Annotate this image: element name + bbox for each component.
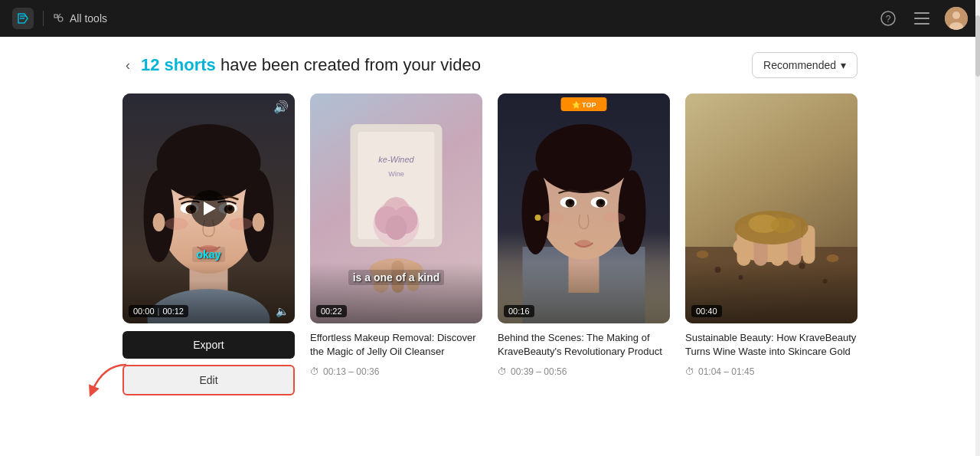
svg-point-46 — [522, 170, 550, 254]
back-button[interactable]: ‹ — [122, 54, 133, 77]
shorts-count: 12 — [141, 55, 159, 74]
shorts-label: shorts — [165, 55, 216, 74]
play-icon-1 — [204, 202, 216, 215]
tools-icon — [53, 12, 65, 25]
card-actions-1: Export Edit — [122, 331, 295, 395]
help-button[interactable]: ? — [877, 8, 899, 29]
page-title: 12 shorts have been created from your vi… — [141, 55, 481, 75]
svg-point-53 — [599, 201, 603, 205]
edit-button-1[interactable]: Edit — [122, 365, 295, 395]
clock-icon-4: ⏱ — [685, 366, 694, 377]
svg-point-45 — [536, 124, 632, 193]
video-thumb-2[interactable]: ke-Wined Wine is a one of a kind — [310, 93, 482, 323]
timecode-2: 00:22 — [316, 305, 347, 317]
video-grid: okay 🔊 00:00 | 00:12 🔈 Export Edit — [122, 93, 858, 395]
scrollbar[interactable] — [975, 0, 980, 456]
svg-text:?: ? — [886, 14, 891, 25]
timecode-3: 00:16 — [504, 305, 534, 317]
svg-point-70 — [771, 218, 795, 233]
app-logo[interactable] — [12, 8, 34, 29]
svg-point-55 — [535, 215, 541, 221]
nav-divider — [43, 11, 44, 26]
card-time-3: ⏱ 00:39 – 00:56 — [498, 366, 670, 377]
card-time-4: ⏱ 01:04 – 01:45 — [685, 366, 858, 377]
all-tools-nav[interactable]: All tools — [53, 12, 107, 25]
sound-off-icon-1[interactable]: 🔈 — [276, 305, 289, 317]
video-card-2: ke-Wined Wine is a one of a kind — [310, 93, 482, 395]
svg-text:Wine: Wine — [388, 170, 404, 178]
svg-point-22 — [200, 245, 218, 253]
time-range-4: 01:04 – 01:45 — [698, 366, 754, 377]
recommended-filter-button[interactable]: Recommended ▾ — [752, 52, 858, 78]
top-navigation: All tools ? — [0, 0, 980, 37]
svg-point-47 — [619, 170, 646, 254]
svg-point-25 — [165, 218, 188, 230]
menu-button[interactable] — [911, 8, 933, 29]
card-title-3: Behind the Scenes: The Making of KraveBe… — [498, 331, 670, 359]
svg-point-13 — [157, 124, 261, 201]
svg-point-7 — [952, 11, 960, 19]
header-row: ‹ 12 shorts have been created from your … — [122, 52, 858, 78]
play-button-1[interactable] — [191, 190, 227, 227]
time-range-2: 00:13 – 00:36 — [323, 366, 379, 377]
time-range-3: 00:39 – 00:56 — [511, 366, 567, 377]
card-time-2: ⏱ 00:13 – 00:36 — [310, 366, 482, 377]
svg-point-56 — [543, 212, 564, 223]
svg-rect-5 — [914, 23, 929, 25]
recommended-label: Recommended — [763, 59, 836, 71]
header-left: ‹ 12 shorts have been created from your … — [122, 54, 481, 77]
video-thumb-4[interactable]: 00:40 — [685, 93, 858, 323]
video-card-1: okay 🔊 00:00 | 00:12 🔈 Export Edit — [122, 93, 295, 395]
export-button-1[interactable]: Export — [122, 331, 295, 359]
video-card-3: ⭐ TOP 00:16 Behind the Scenes: The Makin… — [498, 93, 670, 395]
svg-point-23 — [153, 213, 165, 231]
timecode-start-1: 00:00 — [133, 307, 155, 316]
svg-rect-3 — [914, 12, 929, 14]
svg-rect-4 — [914, 18, 929, 19]
timecode-sep-1: | — [158, 307, 160, 316]
all-tools-label: All tools — [70, 12, 107, 25]
video-thumb-3[interactable]: ⭐ TOP 00:16 — [498, 93, 670, 323]
card-title-4: Sustainable Beauty: How KraveBeauty Turn… — [685, 331, 858, 359]
video-card-4: 00:40 Sustainable Beauty: How KraveBeaut… — [685, 93, 858, 395]
timecode-4: 00:40 — [691, 305, 722, 317]
svg-point-57 — [604, 212, 626, 223]
svg-point-36 — [386, 215, 407, 240]
avatar[interactable] — [945, 7, 968, 30]
svg-text:⭐ TOP: ⭐ TOP — [572, 100, 596, 110]
arrow-container: Edit — [122, 365, 295, 395]
scrollbar-thumb[interactable] — [975, 15, 980, 77]
card-title-2: Effortless Makeup Removal: Discover the … — [310, 331, 482, 359]
annotation-arrow — [80, 357, 134, 399]
svg-point-54 — [577, 240, 592, 248]
timecode-1: 00:00 | 00:12 — [129, 305, 188, 317]
video-thumb-1[interactable]: okay 🔊 00:00 | 00:12 🔈 — [122, 93, 295, 323]
sound-icon-1[interactable]: 🔊 — [273, 100, 289, 114]
clock-icon-2: ⏱ — [310, 366, 319, 377]
svg-point-76 — [827, 254, 839, 262]
timecode-end-1: 00:12 — [162, 307, 184, 316]
chevron-down-icon: ▾ — [841, 59, 846, 71]
svg-point-52 — [569, 201, 573, 205]
title-suffix: have been created from your video — [220, 55, 481, 74]
svg-point-21 — [228, 206, 233, 211]
svg-point-24 — [253, 213, 265, 231]
svg-point-26 — [230, 218, 253, 230]
clock-icon-3: ⏱ — [498, 366, 507, 377]
svg-text:ke-Wined: ke-Wined — [378, 155, 414, 164]
nav-right: ? — [877, 7, 968, 30]
main-content: ‹ 12 shorts have been created from your … — [0, 37, 980, 395]
svg-point-75 — [697, 251, 709, 258]
